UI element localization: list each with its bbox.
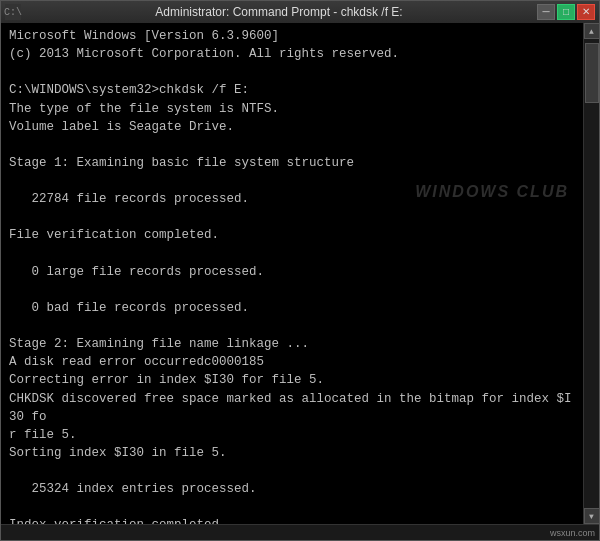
content-area: Microsoft Windows [Version 6.3.9600] (c)… [1, 23, 599, 524]
maximize-button[interactable]: □ [557, 4, 575, 20]
watermark-bottom: wsxun.com [550, 528, 595, 538]
scrollbar[interactable]: ▲ ▼ [583, 23, 599, 524]
window-icon: C:\ [5, 4, 21, 20]
terminal-output: Microsoft Windows [Version 6.3.9600] (c)… [1, 23, 583, 524]
scroll-thumb[interactable] [585, 43, 599, 103]
minimize-button[interactable]: ─ [537, 4, 555, 20]
scroll-up-arrow[interactable]: ▲ [584, 23, 600, 39]
bottom-bar: wsxun.com [1, 524, 599, 540]
scroll-down-arrow[interactable]: ▼ [584, 508, 600, 524]
scroll-track[interactable] [584, 39, 599, 508]
icon-label: C:\ [4, 7, 22, 18]
command-prompt-window: C:\ Administrator: Command Prompt - chkd… [0, 0, 600, 541]
title-bar: C:\ Administrator: Command Prompt - chkd… [1, 1, 599, 23]
window-controls: ─ □ ✕ [537, 4, 595, 20]
close-button[interactable]: ✕ [577, 4, 595, 20]
title-bar-text: Administrator: Command Prompt - chkdsk /… [21, 5, 537, 19]
